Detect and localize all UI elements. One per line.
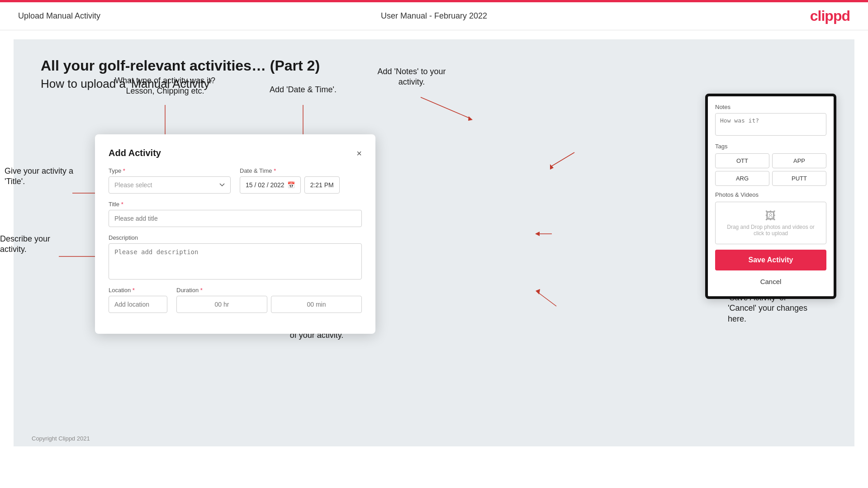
date-time-inputs: 15 / 02 / 2022 📅 2:21 PM [240,176,362,194]
datetime-group: Date & Time * 15 / 02 / 2022 📅 2:21 PM [240,167,362,194]
phone-panel-inner: Notes Tags OTTAPPARGPUTT Photos & Videos… [708,96,834,296]
save-activity-button[interactable]: Save Activity [715,250,826,270]
duration-label: Duration * [176,287,362,294]
tags-label: Tags [715,143,826,150]
notes-label: Notes [715,104,826,110]
tag-ott[interactable]: OTT [715,153,769,168]
tag-app[interactable]: APP [772,153,826,168]
calendar-icon: 📅 [287,181,295,189]
top-bar: Upload Manual Activity User Manual - Feb… [0,2,868,30]
location-group: Location * [109,287,167,313]
annotation-datetime: Add 'Date & Time'. [253,85,353,95]
annotation-title: Give your activity a 'Title'. [5,166,90,187]
dialog-title: Add Activity [109,148,161,158]
photos-label: Photos & Videos [715,191,826,198]
annotation-describe: Describe your activity. [0,234,81,255]
description-textarea[interactable] [109,243,362,280]
svg-line-18 [538,293,556,306]
type-date-row: Type * Please select Date & Time * 15 / … [109,167,362,194]
type-group: Type * Please select [109,167,231,194]
photo-icon: 🖼 [723,209,819,222]
time-input[interactable]: 2:21 PM [304,176,340,194]
tag-arg[interactable]: ARG [715,171,769,186]
duration-min-input[interactable] [271,296,362,313]
annotation-notes: Add 'Notes' to your activity. [348,66,475,88]
manual-title: User Manual - February 2022 [381,11,487,21]
footer-copyright: Copyright Clippd 2021 [32,435,90,442]
tag-putt[interactable]: PUTT [772,171,826,186]
date-input[interactable]: 15 / 02 / 2022 📅 [240,176,301,194]
title-label: Title * [109,201,362,208]
svg-marker-19 [536,289,540,294]
page-header-title: Upload Manual Activity [18,11,100,21]
duration-inputs [176,296,362,313]
svg-line-12 [421,97,470,118]
type-label: Type * [109,167,231,174]
duration-group: Duration * [176,287,362,313]
phone-panel: Notes Tags OTTAPPARGPUTT Photos & Videos… [705,94,836,299]
location-input[interactable] [109,296,167,313]
location-label: Location * [109,287,167,294]
main-content: All your golf-relevant activities… (Part… [14,39,854,446]
type-select[interactable]: Please select [109,176,231,194]
add-activity-dialog: Add Activity × Type * Please select Date… [95,134,375,334]
annotation-type: What type of activity was it? Lesson, Ch… [113,76,217,97]
svg-marker-15 [550,164,554,170]
description-group: Description [109,234,362,280]
title-input[interactable] [109,210,362,227]
cancel-button[interactable]: Cancel [715,274,826,289]
notes-textarea[interactable] [715,113,826,136]
close-button[interactable]: × [356,149,362,158]
svg-line-14 [552,152,574,166]
photos-drop-text: Drag and Drop photos and videos orclick … [723,224,819,237]
tags-grid: OTTAPPARGPUTT [715,153,826,186]
svg-marker-17 [535,232,540,236]
logo: clippd [810,8,850,24]
duration-hr-input[interactable] [176,296,267,313]
location-duration-row: Location * Duration * [109,287,362,313]
photos-drop-zone[interactable]: 🖼 Drag and Drop photos and videos orclic… [715,202,826,244]
svg-marker-13 [468,116,473,121]
title-group: Title * [109,201,362,227]
description-label: Description [109,234,362,241]
dialog-header: Add Activity × [109,148,362,158]
datetime-label: Date & Time * [240,167,362,174]
